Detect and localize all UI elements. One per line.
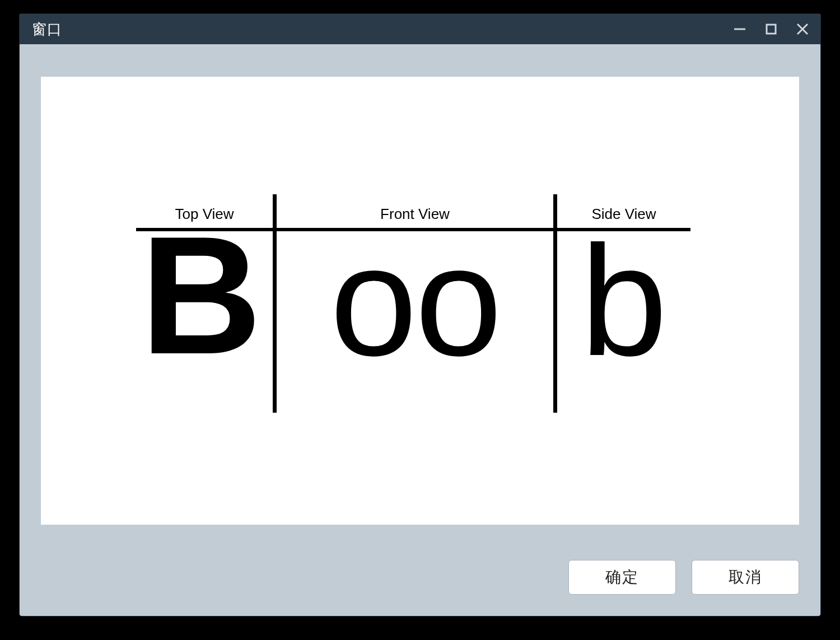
content-panel: Top View Front View Side View B oo b <box>41 77 799 525</box>
window-controls <box>732 21 816 37</box>
close-icon <box>795 22 810 36</box>
minimize-button[interactable] <box>732 21 748 37</box>
views-diagram: Top View Front View Side View B oo b <box>136 194 690 413</box>
dialog-window: 窗口 <box>20 14 820 616</box>
ok-button[interactable]: 确定 <box>568 560 676 595</box>
minimize-icon <box>732 22 747 36</box>
close-button[interactable] <box>795 21 810 37</box>
front-view-glyph: oo <box>277 222 553 379</box>
cancel-button[interactable]: 取消 <box>692 560 799 595</box>
titlebar[interactable]: 窗口 <box>20 14 820 44</box>
svg-rect-1 <box>767 25 776 34</box>
window-title: 窗口 <box>32 20 62 39</box>
maximize-icon <box>765 23 777 35</box>
top-view-glyph: B <box>133 217 269 373</box>
side-view-glyph: b <box>557 222 690 379</box>
maximize-button[interactable] <box>763 21 779 37</box>
dialog-buttons: 确定 取消 <box>568 560 799 595</box>
diagram-divider-2 <box>553 194 557 413</box>
client-area: Top View Front View Side View B oo b 确定 … <box>20 44 820 616</box>
diagram-divider-1 <box>273 194 277 413</box>
